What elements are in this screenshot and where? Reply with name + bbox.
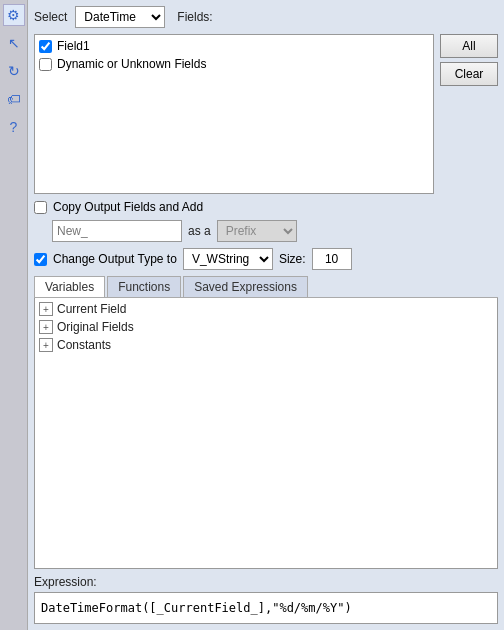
original-fields-label: Original Fields — [57, 320, 134, 334]
dynamic-fields-checkbox[interactable] — [39, 58, 52, 71]
refresh-icon[interactable]: ↻ — [3, 60, 25, 82]
change-output-label: Change Output Type to — [53, 252, 177, 266]
change-output-row: Change Output Type to V_WString Size: — [34, 248, 498, 270]
select-dropdown[interactable]: DateTime — [75, 6, 165, 28]
fields-list: Field1 Dynamic or Unknown Fields — [34, 34, 434, 194]
new-field-row: as a Prefix — [34, 220, 498, 242]
tabs-row: Variables Functions Saved Expressions — [34, 276, 498, 298]
settings-icon[interactable]: ⚙ — [3, 4, 25, 26]
expand-current-field[interactable]: + — [39, 302, 53, 316]
variables-panel: Variables Functions Saved Expressions + … — [34, 276, 498, 569]
field1-checkbox[interactable] — [39, 40, 52, 53]
tag-icon[interactable]: 🏷 — [3, 88, 25, 110]
expand-constants[interactable]: + — [39, 338, 53, 352]
tab-functions[interactable]: Functions — [107, 276, 181, 297]
expand-original-fields[interactable]: + — [39, 320, 53, 334]
size-input[interactable] — [312, 248, 352, 270]
field-item-dynamic: Dynamic or Unknown Fields — [39, 57, 429, 71]
dynamic-fields-label: Dynamic or Unknown Fields — [57, 57, 206, 71]
tab-saved-expressions[interactable]: Saved Expressions — [183, 276, 308, 297]
prefix-select[interactable]: Prefix — [217, 220, 297, 242]
change-output-checkbox[interactable] — [34, 253, 47, 266]
copy-output-label: Copy Output Fields and Add — [53, 200, 203, 214]
copy-output-row: Copy Output Fields and Add — [34, 200, 498, 214]
new-field-input[interactable] — [52, 220, 182, 242]
tree-item-current-field: + Current Field — [39, 302, 493, 316]
top-bar: Select DateTime Fields: — [34, 6, 498, 28]
as-a-label: as a — [188, 224, 211, 238]
clear-button[interactable]: Clear — [440, 62, 498, 86]
fields-label: Fields: — [177, 10, 212, 24]
field-item-field1: Field1 — [39, 39, 429, 53]
all-button[interactable]: All — [440, 34, 498, 58]
expression-label: Expression: — [34, 575, 498, 589]
select-label: Select — [34, 10, 67, 24]
type-select[interactable]: V_WString — [183, 248, 273, 270]
cursor-icon[interactable]: ↖ — [3, 32, 25, 54]
fields-buttons: All Clear — [440, 34, 498, 194]
fields-section: Field1 Dynamic or Unknown Fields All Cle… — [34, 34, 498, 194]
copy-output-checkbox[interactable] — [34, 201, 47, 214]
size-label: Size: — [279, 252, 306, 266]
expression-section: Expression: — [34, 575, 498, 624]
tab-variables[interactable]: Variables — [34, 276, 105, 297]
tree-item-constants: + Constants — [39, 338, 493, 352]
expression-input[interactable] — [34, 592, 498, 624]
current-field-label: Current Field — [57, 302, 126, 316]
help-icon[interactable]: ? — [3, 116, 25, 138]
tree-area: + Current Field + Original Fields + Cons… — [34, 298, 498, 569]
tree-item-original-fields: + Original Fields — [39, 320, 493, 334]
sidebar: ⚙ ↖ ↻ 🏷 ? — [0, 0, 28, 630]
main-panel: Select DateTime Fields: Field1 Dynamic o… — [28, 0, 504, 630]
field1-label: Field1 — [57, 39, 90, 53]
constants-label: Constants — [57, 338, 111, 352]
